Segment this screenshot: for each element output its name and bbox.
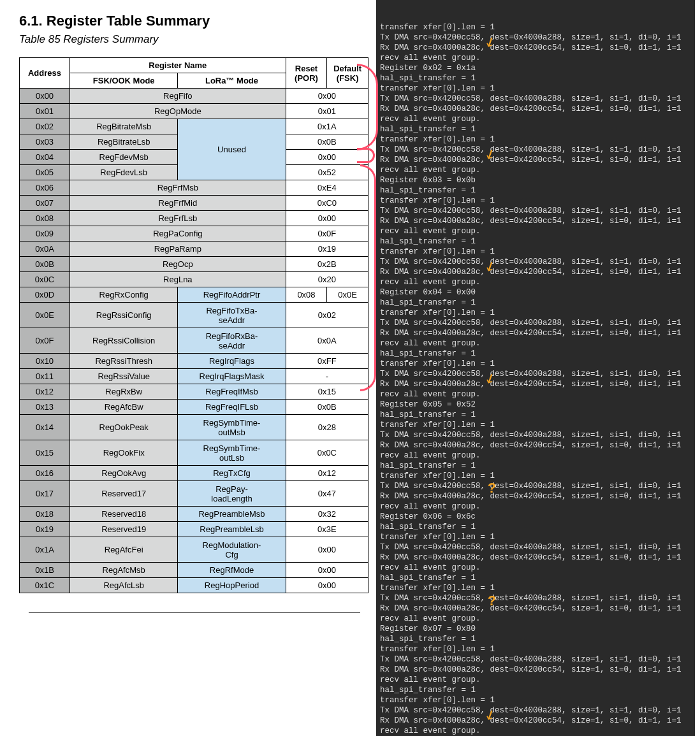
cell-fsk: RegAfcMsb (70, 563, 178, 578)
cell-reset: 0x00 (286, 150, 368, 165)
table-row: 0x14RegOokPeakRegSymbTime- outMsb0x28 (20, 415, 368, 440)
register-table: Address Register Name Reset (POR) Defaul… (19, 57, 368, 593)
cell-address: 0x03 (20, 134, 70, 150)
cell-reset: 0x02 (286, 303, 368, 328)
cell-reset: 0x15 (286, 384, 368, 400)
cell-fsk: RegRxBw (70, 384, 178, 400)
cell-reset: 0x00 (286, 537, 368, 563)
cell-lora: RegPreambleLsb (178, 522, 286, 537)
table-row: 0x0DRegRxConfigRegFifoAddrPtr0x080x0E (20, 287, 368, 303)
cell-address: 0x1A (20, 537, 70, 563)
table-row: 0x0CRegLna0x20 (20, 272, 368, 287)
cell-regname: RegOpMode (70, 104, 286, 119)
cell-address: 0x13 (20, 400, 70, 415)
table-row: 0x11RegRssiValueRegIrqFlagsMask- (20, 369, 368, 384)
cell-reset: 0x47 (286, 481, 368, 507)
annotation-question-icon: ? (488, 484, 496, 494)
cell-fsk: RegOokPeak (70, 415, 178, 440)
cell-reset: 0x1A (286, 119, 368, 134)
table-row: 0x06RegFrfMsb0xE4 (20, 180, 368, 196)
cell-reset: 0x12 (286, 466, 368, 481)
cell-address: 0x01 (20, 104, 70, 119)
cell-lora: RegFifoTxBa- seAddr (178, 303, 286, 328)
cell-address: 0x02 (20, 119, 70, 134)
cell-fsk: Reserved17 (70, 481, 178, 507)
cell-address: 0x18 (20, 507, 70, 522)
cell-reset: 0x0B (286, 400, 368, 415)
terminal-output: transfer xfer[0].len = 1 Tx DMA src=0x42… (380, 22, 695, 736)
cell-reset: 0x2B (286, 257, 368, 272)
table-row: 0x00RegFifo0x00 (20, 89, 368, 104)
cell-fsk: RegRxConfig (70, 287, 178, 303)
cell-lora: RegModulation- Cfg (178, 537, 286, 563)
cell-lora: RegHopPeriod (178, 578, 286, 593)
cell-reset: 0x00 (286, 578, 368, 593)
cell-fsk: RegRssiConfig (70, 303, 178, 328)
cell-reset: 0x19 (286, 242, 368, 257)
cell-lora: RegFifoRxBa- seAddr (178, 328, 286, 354)
th-lora: LoRa™ Mode (178, 73, 286, 89)
cell-address: 0x19 (20, 522, 70, 537)
table-row: 0x18Reserved18RegPreambleMsb0x32 (20, 507, 368, 522)
cell-fsk: Reserved18 (70, 507, 178, 522)
cell-reset: 0x0F (286, 226, 368, 242)
th-fsk: FSK/OOK Mode (70, 73, 178, 89)
cell-reset: 0x00 (286, 89, 368, 104)
cell-lora: RegFreqIFLsb (178, 400, 286, 415)
cell-address: 0x07 (20, 196, 70, 211)
cell-fsk: Reserved19 (70, 522, 178, 537)
cell-reset: 0x52 (286, 165, 368, 180)
table-row: 0x17Reserved17RegPay- loadLength0x47 (20, 481, 368, 507)
cell-fsk: RegOokAvg (70, 466, 178, 481)
cell-address: 0x11 (20, 369, 70, 384)
cell-lora: RegFreqIfMsb (178, 384, 286, 400)
cell-lora: RegRfMode (178, 563, 286, 578)
th-regname: Register Name (70, 58, 286, 73)
cell-fsk: RegAfcFei (70, 537, 178, 563)
cell-reset: 0x0A (286, 328, 368, 354)
cell-fsk: RegAfcLsb (70, 578, 178, 593)
th-address: Address (20, 58, 70, 89)
cell-reset: 0xC0 (286, 196, 368, 211)
cell-address: 0x14 (20, 415, 70, 440)
cell-address: 0x05 (20, 165, 70, 180)
cell-address: 0x10 (20, 354, 70, 369)
table-row: 0x0BRegOcp0x2B (20, 257, 368, 272)
cell-reset: 0xE4 (286, 180, 368, 196)
cell-lora: RegTxCfg (178, 466, 286, 481)
cell-address: 0x12 (20, 384, 70, 400)
cell-reset: 0x0C (286, 440, 368, 466)
table-row: 0x09RegPaConfig0x0F (20, 226, 368, 242)
cell-address: 0x0F (20, 328, 70, 354)
cell-regname: RegLna (70, 272, 286, 287)
terminal-pane[interactable]: transfer xfer[0].len = 1 Tx DMA src=0x42… (376, 0, 695, 736)
cell-default: 0x0E (327, 287, 368, 303)
cell-address: 0x16 (20, 466, 70, 481)
table-row: 0x19Reserved19RegPreambleLsb0x3E (20, 522, 368, 537)
cell-reset: 0x32 (286, 507, 368, 522)
section-heading: 6.1. Register Table Summary (19, 13, 370, 29)
cell-address: 0x1C (20, 578, 70, 593)
cell-address: 0x17 (20, 481, 70, 507)
table-row: 0x07RegFrfMid0xC0 (20, 196, 368, 211)
cell-address: 0x04 (20, 150, 70, 165)
table-row: 0x15RegOokFixRegSymbTime- outLsb0x0C (20, 440, 368, 466)
cell-regname: RegFifo (70, 89, 286, 104)
cell-lora: RegSymbTime- outMsb (178, 415, 286, 440)
table-row: 0x1CRegAfcLsbRegHopPeriod0x00 (20, 578, 368, 593)
cell-reset: 0x00 (286, 563, 368, 578)
table-row: 0x1ARegAfcFeiRegModulation- Cfg0x00 (20, 537, 368, 563)
cell-lora: RegIrqFlags (178, 354, 286, 369)
cell-address: 0x0C (20, 272, 70, 287)
cell-regname: RegPaConfig (70, 226, 286, 242)
table-row: 0x01RegOpMode0x01 (20, 104, 368, 119)
table-row: 0x12RegRxBwRegFreqIfMsb0x15 (20, 384, 368, 400)
cell-lora: Unused (178, 119, 286, 180)
table-row: 0x10RegRssiThreshRegIrqFlags0xFF (20, 354, 368, 369)
annotation-question-icon: ? (488, 597, 496, 607)
cell-fsk: RegFdevMsb (70, 150, 178, 165)
cell-address: 0x15 (20, 440, 70, 466)
datasheet-pane: 6.1. Register Table Summary Table 85 Reg… (0, 0, 376, 736)
cell-reset: 0xFF (286, 354, 368, 369)
cell-reset: 0x01 (286, 104, 368, 119)
